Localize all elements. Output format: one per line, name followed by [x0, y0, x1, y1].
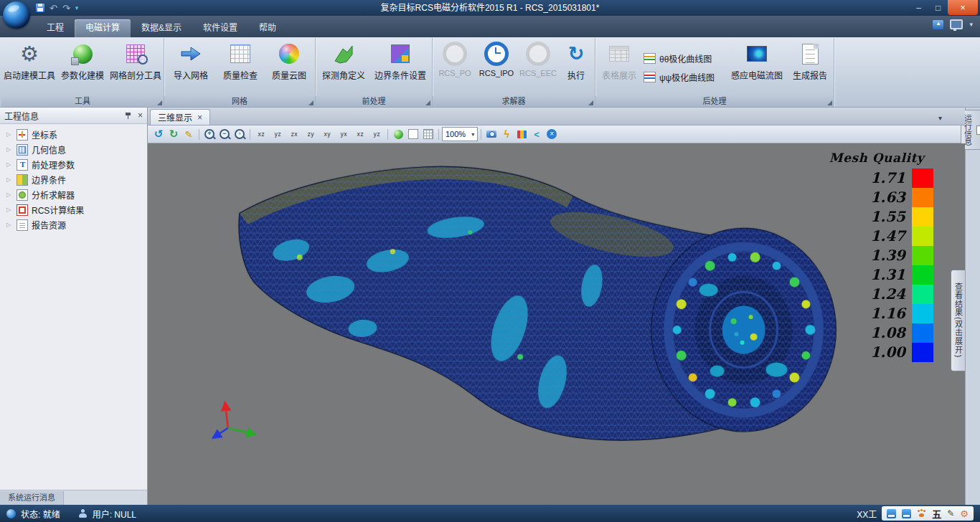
- import-mesh-button[interactable]: 导入网格: [166, 38, 216, 95]
- detection-angle-button[interactable]: 探测角定义: [317, 38, 370, 95]
- legend-value: 1.47: [820, 227, 912, 246]
- minimize-button[interactable]: –: [909, 1, 928, 15]
- model-cylinder: [651, 228, 837, 432]
- tab-help[interactable]: 帮助: [248, 19, 287, 37]
- tree-item-boundary-conditions[interactable]: ▷ 边界条件: [0, 172, 147, 187]
- redo-icon[interactable]: ↷: [62, 4, 70, 13]
- expand-caret-icon[interactable]: ▷: [6, 222, 13, 228]
- ime-toolbar[interactable]: 五 ✎ ⚙: [882, 506, 974, 521]
- green-arrow-icon: [333, 44, 354, 64]
- view-preset-button[interactable]: yz: [270, 127, 286, 142]
- view-preset-button[interactable]: xz: [253, 127, 269, 142]
- white-view-icon[interactable]: [406, 127, 420, 141]
- panel-close-icon[interactable]: ×: [138, 110, 143, 120]
- tab-list-caret-icon[interactable]: ▾: [938, 114, 942, 122]
- zoom-window-icon[interactable]: ▫: [232, 127, 247, 141]
- shaded-view-icon[interactable]: [391, 127, 405, 141]
- viewport-canvas[interactable]: Mesh Quality 1.71 1.63 1.55 1.47 1.39 1.…: [148, 143, 965, 505]
- expand-caret-icon[interactable]: ▷: [6, 191, 13, 198]
- doc-icon: [976, 125, 980, 135]
- coordinate-system-icon: [17, 129, 28, 141]
- maximize-button[interactable]: □: [928, 1, 948, 15]
- display-icon[interactable]: [950, 19, 963, 29]
- ribbon-group-preprocessing: 探测角定义 边界条件设置 前处理: [316, 38, 433, 107]
- rcs-ipo-button[interactable]: RCS_IPO: [476, 38, 517, 95]
- boundary-conditions-icon: [17, 174, 28, 186]
- view-preset-button[interactable]: yx: [336, 127, 352, 142]
- save-icon[interactable]: [36, 4, 44, 12]
- screenshot-icon[interactable]: [484, 127, 499, 141]
- legend-row: 1.71: [820, 169, 933, 188]
- view-preset-button[interactable]: xz: [352, 127, 368, 142]
- app-logo-icon[interactable]: [3, 1, 30, 29]
- tab-em-computation[interactable]: 电磁计算: [75, 19, 131, 37]
- parametric-modeling-button[interactable]: 参数化建模: [56, 38, 109, 95]
- tab-data-display[interactable]: 数据&显示: [131, 19, 192, 37]
- paw-icon[interactable]: [917, 509, 926, 518]
- tab-close-icon[interactable]: ×: [197, 113, 202, 122]
- pin-icon[interactable]: [124, 112, 132, 120]
- induced-current-map-button[interactable]: 感应电磁流图: [726, 38, 788, 95]
- group-label-tools: 工具: [1, 96, 164, 107]
- group-dialog-launcher-icon[interactable]: [157, 100, 162, 105]
- flow-icon[interactable]: <: [529, 127, 544, 141]
- quality-check-button[interactable]: 质量检查: [216, 38, 265, 95]
- tab-software-settings[interactable]: 软件设置: [192, 19, 248, 37]
- theta-polarization-curve-button[interactable]: θθ极化曲线图: [641, 50, 726, 66]
- tree-item-preprocessing-params[interactable]: ▷ 前处理参数: [0, 157, 147, 172]
- zoom-out-icon[interactable]: −: [217, 127, 232, 141]
- system-messages-tab[interactable]: 系统运行消息: [0, 491, 64, 505]
- expand-caret-icon[interactable]: ▷: [6, 161, 13, 168]
- view-preset-button[interactable]: zx: [286, 127, 302, 142]
- generate-report-button[interactable]: 生成报告: [788, 38, 832, 95]
- launch-modeling-tool-button[interactable]: ⚙ 启动建模工具: [3, 38, 56, 95]
- quick-access-caret-icon[interactable]: ▾: [75, 4, 79, 11]
- orbit-icon[interactable]: ↺: [151, 127, 166, 141]
- group-dialog-launcher-icon[interactable]: [308, 100, 314, 105]
- pen-icon[interactable]: ✎: [947, 508, 954, 518]
- tree-item-rcs-results[interactable]: ▷ RCS计算结果: [0, 202, 147, 217]
- psi-polarization-curve-button[interactable]: ψψ极化曲线图: [641, 69, 726, 85]
- zoom-in-icon[interactable]: +: [202, 127, 217, 141]
- tab-3d-display[interactable]: 三维显示 ×: [150, 109, 210, 125]
- expand-caret-icon[interactable]: ▷: [6, 146, 13, 153]
- expand-caret-icon[interactable]: ▷: [6, 207, 13, 213]
- view-preset-button[interactable]: zy: [303, 127, 319, 142]
- close-view-icon[interactable]: ×: [545, 127, 559, 141]
- window-icon[interactable]: [902, 509, 911, 518]
- tree-item-report-resources[interactable]: ▷ 报告资源: [0, 217, 147, 232]
- solver-disc-icon: [443, 42, 467, 66]
- tree-item-coordinate-system[interactable]: ▷ 坐标系: [0, 127, 147, 142]
- execute-button[interactable]: ↻ 执行: [559, 38, 593, 95]
- quality-cloudmap-button[interactable]: 质量云图: [265, 38, 314, 95]
- ime-mode-label[interactable]: 五: [932, 507, 941, 521]
- window-icon[interactable]: [887, 509, 896, 518]
- group-dialog-launcher-icon[interactable]: [425, 100, 430, 105]
- undo-icon[interactable]: ↶: [50, 4, 57, 13]
- refresh-view-icon[interactable]: ↻: [166, 127, 181, 141]
- group-dialog-launcher-icon[interactable]: [588, 100, 593, 105]
- view-preset-button[interactable]: xy: [319, 127, 335, 142]
- palette-icon[interactable]: [514, 127, 529, 141]
- tree-item-geometry-info[interactable]: ▷ 几何信息: [0, 142, 147, 157]
- expand-caret-icon[interactable]: ▷: [6, 131, 13, 138]
- tab-project[interactable]: 工程: [36, 19, 75, 37]
- zoom-level-select[interactable]: 100% ▾: [442, 127, 478, 141]
- boundary-condition-button[interactable]: 边界条件设置: [370, 38, 430, 95]
- mesh-partition-tool-button[interactable]: 网格剖分工具: [109, 38, 162, 95]
- ribbon-group-tools: ⚙ 启动建模工具 参数化建模 网格剖分工具 工具: [1, 38, 164, 107]
- gear-icon[interactable]: ⚙: [960, 508, 969, 519]
- group-label-solver: 求解器: [433, 96, 595, 107]
- group-dialog-launcher-icon[interactable]: [827, 100, 832, 105]
- view-preset-button[interactable]: yz: [369, 127, 385, 142]
- expand-caret-icon[interactable]: ▷: [6, 176, 13, 183]
- collapse-ribbon-icon[interactable]: [933, 20, 943, 29]
- close-button[interactable]: ×: [948, 0, 978, 15]
- menubar-caret-icon[interactable]: ▾: [969, 21, 973, 28]
- lighting-icon[interactable]: ϟ: [499, 127, 514, 141]
- legend-value: 1.24: [820, 285, 912, 304]
- view-results-side-tab[interactable]: 查看结果(双击展开): [951, 270, 965, 371]
- grid-view-icon[interactable]: [421, 127, 435, 141]
- edit-icon[interactable]: ✎: [182, 127, 196, 141]
- tree-item-analysis-solver[interactable]: ▷ 分析求解器: [0, 187, 147, 202]
